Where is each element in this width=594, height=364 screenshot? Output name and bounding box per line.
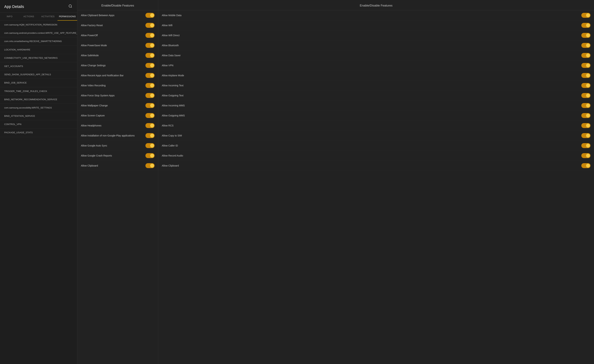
toggle-switch[interactable] xyxy=(145,73,155,78)
toggle-switch[interactable] xyxy=(145,103,155,108)
toggle-switch[interactable] xyxy=(581,153,590,158)
tab-info[interactable]: INFO xyxy=(0,13,19,20)
toggle-thumb xyxy=(586,63,590,67)
toggle-switch[interactable] xyxy=(581,53,590,58)
feature-item: Allow Google Crash Reports xyxy=(77,151,158,161)
toggle-switch[interactable] xyxy=(145,23,155,28)
tab-permissions[interactable]: PERMISSIONS xyxy=(58,13,77,20)
toggle-switch[interactable] xyxy=(581,143,590,148)
toggle-thumb xyxy=(150,134,154,137)
toggle-switch[interactable] xyxy=(581,23,590,28)
toggle-thumb xyxy=(150,13,154,17)
feature-item: Allow Recent Apps and Notification Bar xyxy=(77,71,158,81)
middle-panel: Enable/Disable Features Allow Clipboard … xyxy=(77,0,158,364)
toggle-switch[interactable] xyxy=(145,13,155,18)
toggle-thumb xyxy=(150,43,154,47)
toggle-switch[interactable] xyxy=(145,163,155,168)
feature-item: Allow Wallpaper Change xyxy=(77,101,158,111)
toggle-track xyxy=(145,143,155,148)
search-button[interactable] xyxy=(68,4,73,10)
feature-item: Allow Screen Capture xyxy=(77,111,158,121)
toggle-switch[interactable] xyxy=(145,133,155,138)
middle-features-list: Allow Clipboard Between AppsAllow Factor… xyxy=(77,10,158,364)
feature-label: Allow installation of non-Google-Play ap… xyxy=(81,134,135,137)
search-icon xyxy=(68,4,72,8)
feature-item: Allow Clipboard xyxy=(77,161,158,171)
toggle-track xyxy=(145,33,155,38)
toggle-switch[interactable] xyxy=(581,163,590,168)
toggle-track xyxy=(581,33,590,38)
feature-label: Allow VPN xyxy=(162,64,173,67)
feature-item: Allow Airplane Mode xyxy=(158,71,594,81)
toggle-switch[interactable] xyxy=(581,133,590,138)
tab-actions[interactable]: ACTIONS xyxy=(19,13,38,20)
toggle-track xyxy=(145,163,155,168)
feature-item: Allow Force Stop System Apps xyxy=(77,91,158,101)
toggle-switch[interactable] xyxy=(145,113,155,118)
toggle-switch[interactable] xyxy=(581,123,590,128)
toggle-switch[interactable] xyxy=(581,83,590,88)
feature-item: Allow Incoming Text xyxy=(158,81,594,91)
toggle-switch[interactable] xyxy=(145,83,155,88)
toggle-track xyxy=(581,133,590,138)
toggle-thumb xyxy=(586,54,590,57)
svg-point-0 xyxy=(69,5,72,7)
tabs-bar: INFOACTIONSACTIVITIESPERMISSIONS xyxy=(0,13,77,21)
toggle-switch[interactable] xyxy=(145,33,155,38)
toggle-track xyxy=(581,53,590,58)
toggle-track xyxy=(145,103,155,108)
toggle-thumb xyxy=(150,74,154,77)
toggle-thumb xyxy=(586,164,590,168)
toggle-track xyxy=(581,113,590,118)
feature-label: Allow Wallpaper Change xyxy=(81,104,108,107)
toggle-track xyxy=(145,93,155,98)
feature-label: Allow Wifi xyxy=(162,24,173,27)
toggle-switch[interactable] xyxy=(581,43,590,48)
toggle-switch[interactable] xyxy=(581,73,590,78)
permission-item: com.mhs.smarttethering.RECEIVE_SMARTTETH… xyxy=(0,37,77,46)
toggle-switch[interactable] xyxy=(145,123,155,128)
toggle-thumb xyxy=(150,144,154,148)
svg-line-1 xyxy=(71,7,72,7)
right-panel: Enable/Disable Features Allow Mobile Dat… xyxy=(158,0,594,364)
feature-item: Allow RCS xyxy=(158,121,594,131)
toggle-switch[interactable] xyxy=(581,33,590,38)
toggle-switch[interactable] xyxy=(145,43,155,48)
toggle-track xyxy=(581,123,590,128)
feature-label: Allow Data Saver xyxy=(162,54,181,57)
feature-label: Allow Airplane Mode xyxy=(162,74,184,77)
toggle-switch[interactable] xyxy=(581,63,590,68)
toggle-track xyxy=(145,113,155,118)
toggle-track xyxy=(581,153,590,158)
toggle-thumb xyxy=(150,104,154,108)
toggle-track xyxy=(581,83,590,88)
feature-label: Allow Wifi Direct xyxy=(162,34,180,37)
feature-label: Allow Incoming Text xyxy=(162,84,183,87)
feature-item: Allow Bluetooth xyxy=(158,40,594,50)
feature-item: Allow Wifi Direct xyxy=(158,30,594,40)
toggle-thumb xyxy=(586,74,590,77)
feature-item: Allow Factory Reset xyxy=(77,20,158,30)
toggle-switch[interactable] xyxy=(145,93,155,98)
toggle-switch[interactable] xyxy=(145,53,155,58)
toggle-thumb xyxy=(150,124,154,128)
toggle-switch[interactable] xyxy=(145,153,155,158)
toggle-track xyxy=(581,13,590,18)
feature-label: Allow Video Recording xyxy=(81,84,106,87)
toggle-switch[interactable] xyxy=(581,103,590,108)
toggle-track xyxy=(581,63,590,68)
toggle-track xyxy=(581,163,590,168)
feature-label: Allow Bluetooth xyxy=(162,44,179,47)
toggle-thumb xyxy=(150,83,154,88)
toggle-track xyxy=(581,73,590,78)
toggle-switch[interactable] xyxy=(581,13,590,18)
permissions-list: com.samsung.HQM_NOTIFICATION_PERMISSIONc… xyxy=(0,21,77,364)
tab-activities[interactable]: ACTIVITIES xyxy=(38,13,58,20)
toggle-switch[interactable] xyxy=(581,93,590,98)
toggle-thumb xyxy=(586,34,590,37)
toggle-track xyxy=(581,143,590,148)
toggle-switch[interactable] xyxy=(145,63,155,68)
toggle-switch[interactable] xyxy=(145,143,155,148)
toggle-thumb xyxy=(586,43,590,47)
toggle-switch[interactable] xyxy=(581,113,590,118)
